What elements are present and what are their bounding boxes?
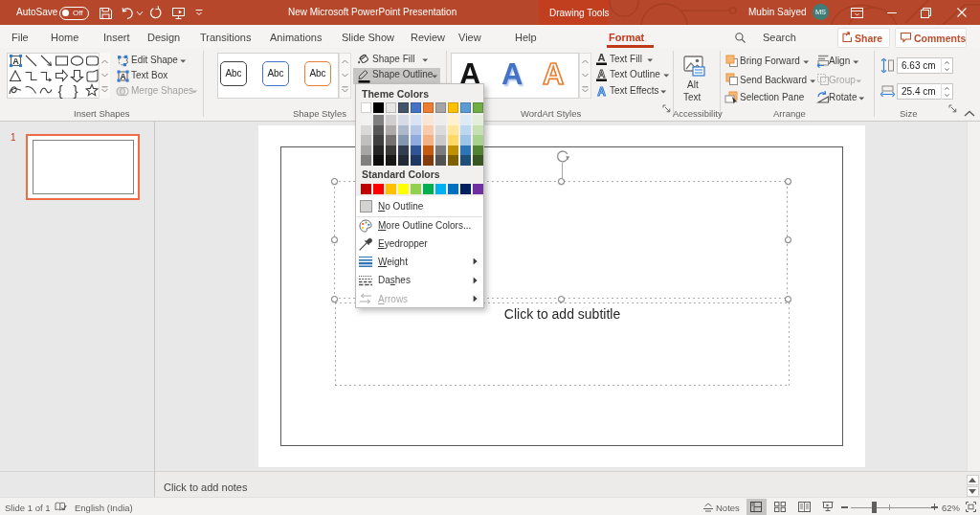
svg-text:A: A — [597, 84, 606, 98]
svg-text:A: A — [598, 52, 606, 63]
svg-text:}: } — [73, 82, 78, 99]
svg-text:A: A — [121, 72, 126, 81]
svg-text:{: { — [57, 82, 62, 99]
svg-text:A: A — [12, 56, 19, 66]
svg-text:A: A — [598, 68, 606, 79]
